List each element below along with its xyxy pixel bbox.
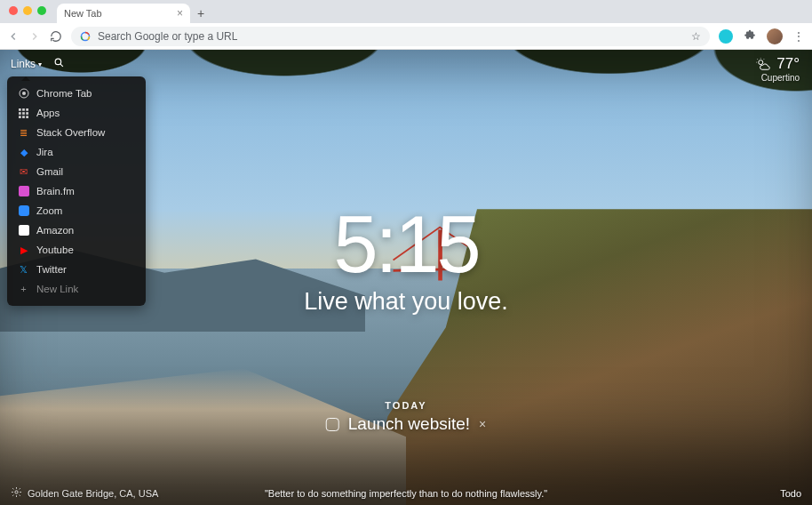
links-menu-item[interactable]: Chrome Tab bbox=[7, 84, 146, 103]
focus-widget: TODAY Launch website! × bbox=[326, 400, 487, 434]
weather-partly-cloudy-icon bbox=[755, 57, 773, 71]
links-menu-item-label: Apps bbox=[36, 108, 60, 118]
bottom-bar: Golden Gate Bridge, CA, USA "Better to d… bbox=[11, 486, 801, 500]
bookmark-star-icon[interactable]: ☆ bbox=[691, 30, 701, 43]
new-tab-page: Links ▾ Chrome TabApps≣Stack Overflow◆Ji… bbox=[0, 50, 812, 505]
stackoverflow-icon: ≣ bbox=[18, 127, 29, 139]
amazon-icon bbox=[18, 225, 29, 236]
links-menu-item-label: Youtube bbox=[36, 244, 74, 255]
plus-icon: + bbox=[18, 284, 29, 295]
reload-button[interactable] bbox=[50, 30, 62, 43]
back-button[interactable] bbox=[7, 30, 20, 43]
svg-rect-11 bbox=[26, 112, 28, 115]
brainfm-icon bbox=[18, 186, 29, 197]
links-menu-item[interactable]: 𝕏Twitter bbox=[7, 260, 146, 279]
weather-location: Cupertino bbox=[755, 73, 800, 83]
google-icon bbox=[80, 31, 91, 42]
settings-gear-icon[interactable] bbox=[11, 486, 22, 500]
chevron-down-icon: ▾ bbox=[38, 60, 42, 68]
links-menu-new-link[interactable]: +New Link bbox=[7, 279, 146, 299]
apps-grid-icon bbox=[18, 108, 29, 119]
new-tab-button[interactable]: + bbox=[190, 4, 211, 23]
gmail-icon: ✉ bbox=[18, 166, 29, 178]
weather-widget[interactable]: 77° Cupertino bbox=[755, 55, 800, 83]
minimize-window-button[interactable] bbox=[23, 6, 32, 15]
links-menu-item[interactable]: ▶Youtube bbox=[7, 240, 146, 260]
focus-label: TODAY bbox=[326, 400, 487, 411]
links-menu-item-label: Stack Overflow bbox=[36, 127, 105, 138]
browser-tab[interactable]: New Tab × bbox=[57, 4, 190, 23]
extensions-puzzle-icon[interactable] bbox=[744, 28, 756, 44]
links-dropdown-trigger[interactable]: Links ▾ bbox=[11, 58, 44, 70]
maximize-window-button[interactable] bbox=[37, 6, 46, 15]
links-dropdown: Chrome TabApps≣Stack Overflow◆Jira✉Gmail… bbox=[7, 76, 146, 306]
svg-rect-13 bbox=[22, 116, 25, 118]
svg-point-3 bbox=[55, 59, 60, 65]
close-window-button[interactable] bbox=[9, 6, 18, 15]
links-menu-item-label: Chrome Tab bbox=[36, 88, 92, 99]
close-tab-icon[interactable]: × bbox=[177, 7, 183, 20]
window-controls bbox=[5, 0, 52, 23]
links-menu-item[interactable]: Apps bbox=[7, 103, 146, 123]
links-menu-item-label: Brain.fm bbox=[36, 186, 75, 196]
twitter-icon: 𝕏 bbox=[18, 264, 29, 276]
center-widget: 5:15 Live what you love. bbox=[304, 204, 508, 315]
browser-toolbar: Search Google or type a URL ☆ ⋮ bbox=[0, 23, 812, 50]
todo-toggle[interactable]: Todo bbox=[780, 488, 801, 499]
focus-task-text: Launch website! bbox=[348, 414, 470, 434]
svg-rect-12 bbox=[19, 116, 21, 118]
photo-credit[interactable]: Golden Gate Bridge, CA, USA bbox=[28, 488, 158, 499]
links-menu-item[interactable]: ◆Jira bbox=[7, 142, 146, 162]
jira-icon: ◆ bbox=[18, 147, 29, 158]
extension-icon[interactable] bbox=[719, 29, 733, 44]
svg-point-5 bbox=[22, 92, 26, 95]
svg-rect-8 bbox=[26, 108, 28, 111]
chrome-menu-icon[interactable]: ⋮ bbox=[793, 30, 805, 43]
svg-point-15 bbox=[759, 60, 763, 65]
zoom-icon bbox=[18, 205, 29, 217]
links-menu-item[interactable]: Brain.fm bbox=[7, 181, 146, 201]
svg-rect-10 bbox=[22, 112, 25, 115]
address-bar[interactable]: Search Google or type a URL ☆ bbox=[71, 27, 710, 46]
top-left-bar: Links ▾ bbox=[11, 57, 65, 71]
svg-point-16 bbox=[15, 491, 18, 493]
address-bar-placeholder: Search Google or type a URL bbox=[98, 30, 237, 43]
links-menu-item-label: Zoom bbox=[36, 205, 62, 216]
forward-button[interactable] bbox=[28, 30, 41, 43]
weather-temperature: 77° bbox=[776, 55, 800, 73]
links-menu-item[interactable]: Zoom bbox=[7, 201, 146, 220]
links-menu-item[interactable]: ≣Stack Overflow bbox=[7, 123, 146, 142]
links-menu-item-label: Twitter bbox=[36, 264, 67, 275]
profile-avatar[interactable] bbox=[767, 28, 783, 44]
links-menu-item-label: Jira bbox=[36, 147, 53, 157]
svg-rect-7 bbox=[22, 108, 25, 111]
toolbar-right: ⋮ bbox=[719, 28, 805, 44]
browser-tab-strip: New Tab × + bbox=[0, 0, 812, 23]
svg-rect-14 bbox=[26, 116, 28, 118]
svg-rect-6 bbox=[19, 108, 21, 111]
mantra-text: Live what you love. bbox=[304, 287, 508, 315]
links-menu-item[interactable]: Amazon bbox=[7, 220, 146, 240]
links-menu-item-label: Amazon bbox=[36, 225, 74, 236]
clock-time: 5:15 bbox=[304, 204, 508, 284]
focus-checkbox[interactable] bbox=[326, 418, 339, 431]
links-menu-item[interactable]: ✉Gmail bbox=[7, 162, 146, 181]
chrome-icon bbox=[18, 88, 29, 100]
quote-text[interactable]: "Better to do something imperfectly than… bbox=[265, 488, 547, 499]
youtube-icon: ▶ bbox=[18, 244, 29, 256]
links-menu-item-label: Gmail bbox=[36, 166, 63, 177]
tab-title: New Tab bbox=[64, 8, 102, 19]
links-menu-item-label: New Link bbox=[36, 284, 78, 294]
links-label: Links bbox=[11, 58, 36, 70]
svg-rect-9 bbox=[19, 112, 21, 115]
focus-dismiss-icon[interactable]: × bbox=[479, 417, 486, 431]
search-icon[interactable] bbox=[53, 57, 65, 71]
